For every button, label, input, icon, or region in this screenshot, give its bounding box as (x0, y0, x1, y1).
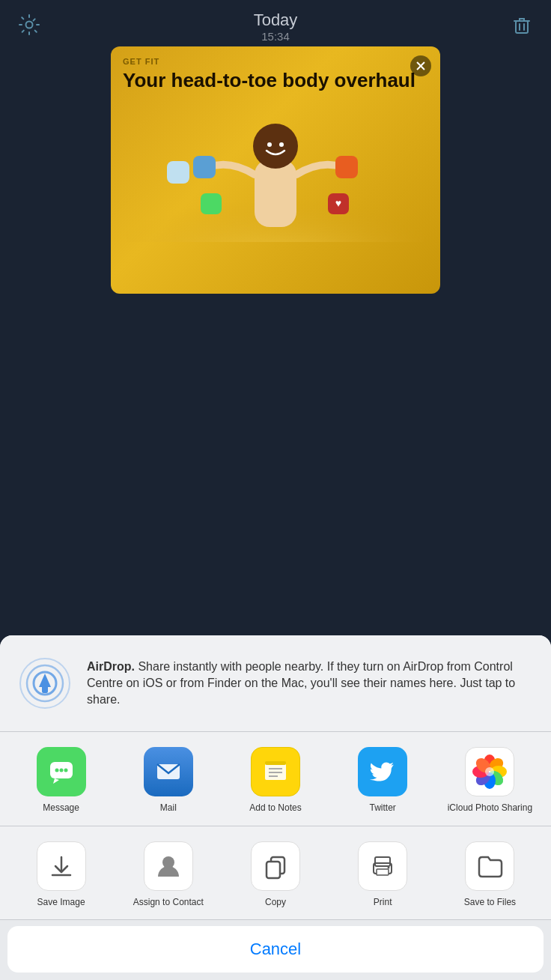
svg-rect-11 (335, 156, 358, 178)
mail-label: Mail (160, 802, 177, 813)
svg-rect-19 (42, 686, 48, 693)
share-mail[interactable]: Mail (115, 747, 222, 813)
twitter-icon (358, 747, 407, 796)
svg-marker-21 (53, 778, 59, 784)
svg-point-0 (26, 22, 33, 28)
svg-point-24 (64, 769, 67, 772)
mail-icon (144, 747, 193, 796)
svg-rect-48 (377, 869, 389, 875)
save-image-icon (37, 841, 86, 891)
svg-rect-12 (201, 193, 222, 214)
page-title: Today (254, 10, 298, 30)
svg-text:♥: ♥ (335, 197, 341, 209)
assign-contact-label: Assign to Contact (133, 897, 204, 907)
assign-contact-icon (144, 841, 193, 891)
page-time: 15:34 (254, 30, 298, 43)
article-title: Your head-to-toe body overhaul (111, 69, 440, 92)
article-illustration: ♥ (111, 92, 440, 242)
action-save-files[interactable]: Save to Files (436, 841, 544, 907)
svg-rect-10 (167, 161, 189, 184)
add-to-notes-label: Add to Notes (249, 802, 301, 813)
article-close-button[interactable] (410, 55, 431, 76)
message-label: Message (43, 802, 79, 813)
top-bar: Today 15:34 (0, 0, 551, 46)
share-twitter[interactable]: Twitter (329, 747, 436, 813)
notes-icon (251, 747, 300, 796)
app-row: Message Mail Add to Notes (0, 732, 551, 826)
svg-rect-30 (265, 761, 286, 765)
save-files-icon (465, 841, 514, 891)
svg-marker-18 (39, 674, 51, 687)
save-files-label: Save to Files (464, 897, 516, 907)
twitter-label: Twitter (370, 802, 396, 813)
action-save-image[interactable]: Save Image (7, 841, 115, 907)
action-print[interactable]: Print (329, 841, 436, 907)
print-label: Print (374, 897, 392, 907)
action-row: Save Image Assign to Contact Copy (0, 826, 551, 920)
article-card: GET FIT Your head-to-toe body overhaul (111, 46, 440, 294)
article-tag: GET FIT (111, 46, 440, 69)
share-add-to-notes[interactable]: Add to Notes (222, 747, 329, 813)
share-sheet: AirDrop. Share instantly with people nea… (0, 635, 551, 980)
svg-point-23 (59, 769, 63, 772)
airdrop-title: AirDrop. (87, 660, 135, 673)
action-assign-contact[interactable]: Assign to Contact (115, 841, 222, 907)
svg-point-22 (55, 769, 58, 772)
cancel-button[interactable]: Cancel (7, 926, 544, 973)
icloud-photo-label: iCloud Photo Sharing (448, 802, 532, 813)
svg-point-49 (388, 866, 390, 868)
print-icon (358, 841, 407, 891)
icloud-photos-icon (465, 747, 514, 796)
airdrop-description: AirDrop. Share instantly with people nea… (87, 659, 536, 709)
svg-point-7 (267, 142, 272, 147)
svg-rect-45 (267, 862, 280, 878)
svg-rect-9 (193, 156, 216, 178)
svg-rect-46 (375, 857, 390, 866)
svg-rect-1 (516, 21, 528, 33)
message-icon (37, 747, 86, 796)
settings-icon[interactable] (18, 13, 40, 39)
airdrop-section: AirDrop. Share instantly with people nea… (0, 635, 551, 732)
action-copy[interactable]: Copy (222, 841, 329, 907)
svg-point-8 (279, 142, 284, 147)
airdrop-body: Share instantly with people nearby. If t… (87, 660, 515, 707)
svg-point-6 (253, 124, 298, 169)
svg-point-39 (485, 767, 494, 776)
svg-rect-5 (255, 160, 296, 227)
trash-icon[interactable] (511, 13, 533, 39)
copy-icon (251, 841, 300, 891)
copy-label: Copy (265, 897, 286, 907)
share-message[interactable]: Message (7, 747, 115, 813)
share-icloud-photo[interactable]: iCloud Photo Sharing (436, 747, 544, 813)
save-image-label: Save Image (37, 897, 85, 907)
airdrop-icon (15, 653, 75, 713)
